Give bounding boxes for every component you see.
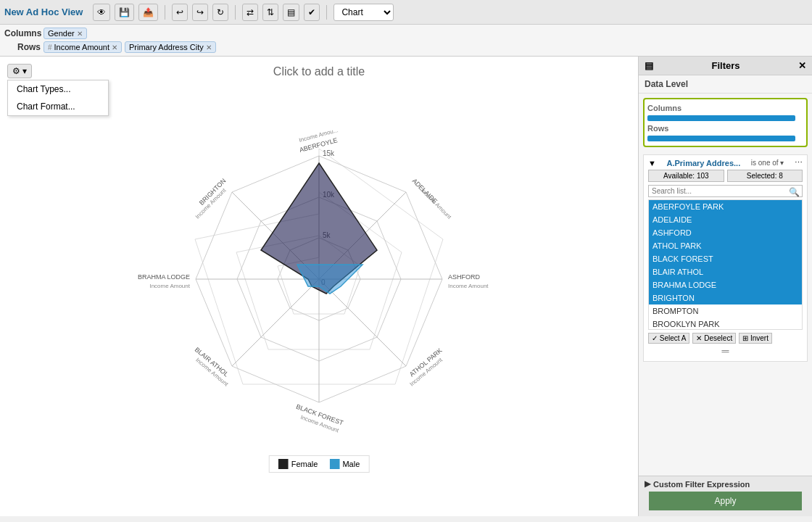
table-btn[interactable]: ▤ xyxy=(283,4,299,21)
list-item[interactable]: BRAHMA LODGE xyxy=(649,278,802,291)
dropdown-menu: Chart Types... Chart Format... xyxy=(7,80,109,116)
main-area: ⚙ ▾ Chart Types... Chart Format... Click… xyxy=(0,57,812,516)
sep2 xyxy=(235,5,236,20)
legend-male: Male xyxy=(329,459,360,469)
filter-highlight-box: Columns Rows xyxy=(643,98,808,147)
list-item[interactable]: BLACK FOREST xyxy=(649,252,802,265)
view-selector[interactable]: Chart Table Crosstab xyxy=(334,4,394,21)
svg-rect-36 xyxy=(278,459,289,469)
columns-label: Columns xyxy=(4,28,41,38)
filter-rows-label: Rows xyxy=(647,123,803,134)
eye-btn[interactable]: 👁 xyxy=(93,4,110,21)
filter-condition: ▼ A.Primary Addres... is one of ▾ ⋯ Avai… xyxy=(643,154,808,362)
radar-svg: 5k 10k 15k 0 ABERFOYLE Income Amou... AD… xyxy=(130,105,508,453)
hash-icon: # xyxy=(48,44,52,51)
refresh-btn[interactable]: ↻ xyxy=(212,4,228,21)
export-btn[interactable]: 📤 xyxy=(138,4,158,21)
list-item[interactable]: BRIGHTON xyxy=(649,291,802,304)
redo-btn[interactable]: ↪ xyxy=(192,4,208,21)
address-city-remove[interactable]: ✕ xyxy=(206,44,212,51)
filter-columns-bar xyxy=(647,115,795,121)
available-btn[interactable]: Available: 103 xyxy=(648,170,724,182)
sort-btn[interactable]: ⇅ xyxy=(262,4,278,21)
gender-remove[interactable]: ✕ xyxy=(77,30,83,38)
female-color-icon xyxy=(278,459,289,469)
chart-legend: Female Male xyxy=(269,455,370,473)
condition-header: ▼ A.Primary Addres... is one of ▾ ⋯ xyxy=(648,158,803,167)
svg-text:Income Amount: Income Amount xyxy=(149,283,190,289)
search-input[interactable] xyxy=(648,185,803,197)
filter-header: ▤ Filters ✕ xyxy=(639,57,812,75)
sep1 xyxy=(165,5,165,20)
custom-filter-arrow: ▶ xyxy=(645,479,650,489)
data-level-label: Data Level xyxy=(645,79,688,89)
gear-arrow: ▾ xyxy=(22,66,27,76)
gear-button[interactable]: ⚙ ▾ xyxy=(7,64,32,78)
fields-area: Columns Gender ✕ Rows # Income Amount ✕ … xyxy=(0,25,812,57)
address-city-tag[interactable]: Primary Address City ✕ xyxy=(125,41,216,53)
gear-icon: ⚙ xyxy=(12,66,20,76)
chart-types-item[interactable]: Chart Types... xyxy=(8,80,108,98)
radar-container: 5k 10k 15k 0 ABERFOYLE Income Amou... AD… xyxy=(0,78,638,480)
list-item[interactable]: ASHFORD xyxy=(649,226,802,239)
female-label: Female xyxy=(291,460,318,468)
address-city-label: Primary Address City xyxy=(129,43,204,51)
select-all-btn[interactable]: ✓ Select A xyxy=(648,333,689,344)
top-bar: New Ad Hoc View 👁 💾 📤 ↩ ↪ ↻ ⇄ ⇅ ▤ ✔ Char… xyxy=(0,0,812,25)
chart-format-item[interactable]: Chart Format... xyxy=(8,98,108,115)
is-one-of: is one of ▾ xyxy=(751,159,784,167)
custom-filter-label: Custom Filter Expression xyxy=(653,480,750,489)
switch-btn[interactable]: ⇄ xyxy=(242,4,258,21)
condition-title: A.Primary Addres... xyxy=(667,159,741,167)
custom-filter-title[interactable]: ▶ Custom Filter Expression xyxy=(645,479,806,489)
svg-rect-37 xyxy=(329,459,339,469)
svg-text:15k: 15k xyxy=(323,149,335,157)
svg-line-11 xyxy=(232,279,319,366)
check-btn[interactable]: ✔ xyxy=(304,4,320,21)
custom-filter: ▶ Custom Filter Expression Apply xyxy=(639,476,812,516)
svg-text:ASHFORD: ASHFORD xyxy=(448,273,481,281)
sep3 xyxy=(326,5,327,20)
gender-tag[interactable]: Gender ✕ xyxy=(44,28,87,39)
data-level-section: Data Level xyxy=(639,75,812,94)
deselect-btn[interactable]: ✕ Deselect xyxy=(692,333,736,344)
filter-actions: ✓ Select A ✕ Deselect ⊞ Invert xyxy=(648,333,803,344)
list-item[interactable]: ATHOL PARK xyxy=(649,239,802,252)
filter-list[interactable]: ABERFOYLE PARK ADELAIDE ASHFORD ATHOL PA… xyxy=(648,199,803,330)
income-tag[interactable]: # Income Amount ✕ xyxy=(44,41,122,53)
selected-btn[interactable]: Selected: 8 xyxy=(727,170,803,182)
filter-panel: ▤ Filters ✕ Data Level Columns Rows ▼ A.… xyxy=(638,57,812,516)
svg-text:Income Amount: Income Amount xyxy=(420,187,453,220)
condition-options-icon[interactable]: ⋯ xyxy=(795,158,803,167)
list-item[interactable]: BROMPTON xyxy=(649,304,802,318)
income-label: Income Amount xyxy=(54,43,109,51)
invert-btn[interactable]: ⊞ Invert xyxy=(739,333,772,344)
filter-close-icon[interactable]: ✕ xyxy=(798,60,806,71)
male-color-icon xyxy=(329,459,339,469)
legend-female: Female xyxy=(278,459,318,469)
app-title: New Ad Hoc View xyxy=(4,7,83,17)
filter-columns-label: Columns xyxy=(647,102,803,114)
spacer xyxy=(639,365,812,476)
filter-rows-bar xyxy=(647,136,795,141)
income-remove[interactable]: ✕ xyxy=(112,44,117,51)
chart-title-area[interactable]: Click to add a title xyxy=(0,57,638,78)
list-item[interactable]: BROOKLYN PARK xyxy=(649,318,802,330)
chart-panel: ⚙ ▾ Chart Types... Chart Format... Click… xyxy=(0,57,638,516)
available-selected: Available: 103 Selected: 8 xyxy=(648,170,803,182)
collapse-icon[interactable]: ▼ xyxy=(648,159,656,167)
undo-btn[interactable]: ↩ xyxy=(172,4,188,21)
rows-row: Rows # Income Amount ✕ Primary Address C… xyxy=(4,41,808,53)
filter-icon: ▤ xyxy=(645,60,653,71)
male-label: Male xyxy=(342,460,360,468)
chart-title: Click to add a title xyxy=(273,65,365,78)
save-btn[interactable]: 💾 xyxy=(115,4,134,21)
apply-btn[interactable]: Apply xyxy=(649,492,802,510)
svg-text:BRAHMA LODGE: BRAHMA LODGE xyxy=(138,273,190,281)
svg-text:Income Amount: Income Amount xyxy=(448,283,489,289)
list-item[interactable]: BLAIR ATHOL xyxy=(649,265,802,278)
filter-title: Filters xyxy=(711,60,740,71)
list-item[interactable]: ADELAIDE xyxy=(649,213,802,226)
list-item[interactable]: ABERFOYLE PARK xyxy=(649,200,802,213)
gender-label: Gender xyxy=(48,29,75,38)
